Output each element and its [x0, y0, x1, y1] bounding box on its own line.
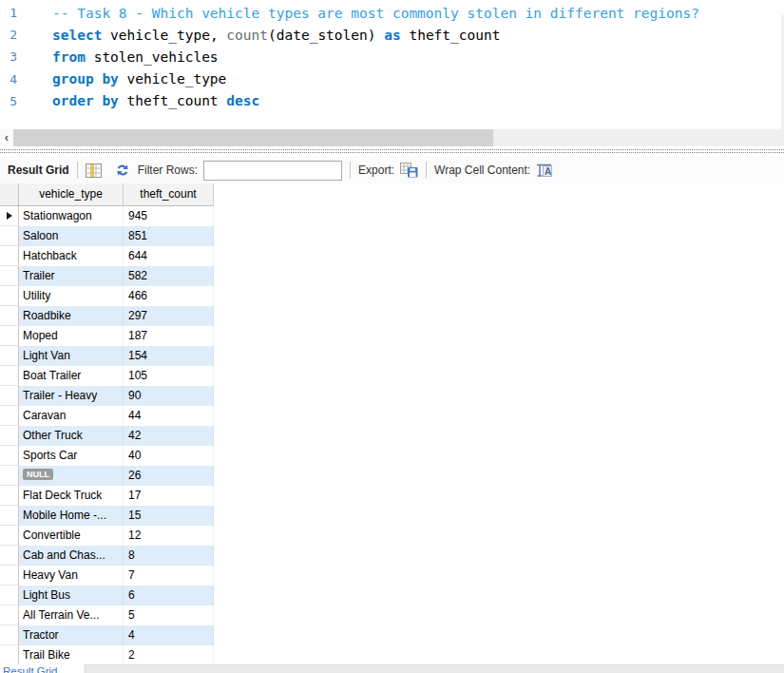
cell-vehicle-type[interactable]: Roadbike: [19, 306, 124, 326]
row-selector[interactable]: [0, 326, 19, 346]
table-row[interactable]: Convertible12: [0, 526, 214, 546]
cell-vehicle-type[interactable]: Utility: [19, 286, 124, 306]
cell-theft-count[interactable]: 2: [124, 645, 214, 665]
row-selector-header[interactable]: [0, 183, 19, 206]
table-row[interactable]: Boat Trailer105: [0, 366, 214, 386]
row-selector[interactable]: [0, 546, 19, 566]
row-selector[interactable]: [0, 466, 19, 486]
sql-editor[interactable]: 1-- Task 8 - Which vehicle types are mos…: [0, 0, 784, 129]
cell-vehicle-type[interactable]: Convertible: [19, 526, 124, 546]
cell-vehicle-type[interactable]: Mobile Home -...: [19, 506, 124, 526]
cell-vehicle-type[interactable]: Light Van: [19, 346, 124, 366]
cell-theft-count[interactable]: 297: [124, 306, 214, 326]
table-row[interactable]: Heavy Van7: [0, 566, 214, 586]
cell-theft-count[interactable]: 17: [124, 486, 214, 506]
editor-horizontal-scrollbar[interactable]: ‹: [0, 129, 784, 146]
cell-theft-count[interactable]: 187: [124, 326, 214, 346]
cell-theft-count[interactable]: 851: [124, 226, 214, 246]
cell-theft-count[interactable]: 12: [124, 526, 214, 546]
code-text[interactable]: -- Task 8 - Which vehicle types are most…: [52, 6, 699, 21]
table-row[interactable]: Trail Bike2: [0, 645, 214, 665]
scrollbar-thumb[interactable]: [13, 129, 493, 146]
cell-theft-count[interactable]: 582: [124, 266, 214, 286]
cell-theft-count[interactable]: 5: [124, 606, 214, 625]
code-text[interactable]: group by vehicle_type: [52, 71, 226, 87]
cell-theft-count[interactable]: 44: [124, 406, 214, 426]
column-header-vehicle-type[interactable]: vehicle_type: [19, 183, 124, 206]
cell-vehicle-type[interactable]: Tractor: [19, 625, 124, 645]
row-selector[interactable]: [0, 206, 19, 226]
cell-vehicle-type[interactable]: All Terrain Ve...: [19, 606, 124, 625]
table-row[interactable]: Tractor4: [0, 625, 214, 645]
cell-vehicle-type[interactable]: Other Truck: [19, 426, 124, 446]
row-selector[interactable]: [0, 246, 19, 266]
row-selector[interactable]: [0, 526, 19, 546]
row-selector[interactable]: [0, 506, 19, 526]
table-row[interactable]: Cab and Chas...8: [0, 546, 214, 566]
table-row[interactable]: Trailer - Heavy90: [0, 386, 214, 406]
table-row[interactable]: Moped187: [0, 326, 214, 346]
cell-vehicle-type[interactable]: Cab and Chas...: [19, 546, 124, 566]
row-selector[interactable]: [0, 226, 19, 246]
cell-vehicle-type[interactable]: Saloon: [19, 226, 124, 246]
row-selector[interactable]: [0, 426, 19, 446]
row-selector[interactable]: [0, 286, 19, 306]
row-selector[interactable]: [0, 566, 19, 586]
code-text[interactable]: select vehicle_type, count(date_stolen) …: [52, 28, 500, 43]
result-grid-icon[interactable]: [86, 163, 102, 178]
table-row[interactable]: Mobile Home -...15: [0, 506, 214, 526]
code-line[interactable]: 4group by vehicle_type: [0, 68, 784, 90]
cell-theft-count[interactable]: 105: [124, 366, 214, 386]
table-row[interactable]: Utility466: [0, 286, 214, 306]
cell-theft-count[interactable]: 4: [124, 625, 214, 645]
table-row[interactable]: Light Van154: [0, 346, 214, 366]
table-row[interactable]: Trailer582: [0, 266, 214, 286]
row-selector[interactable]: [0, 645, 19, 665]
row-selector[interactable]: [0, 366, 19, 386]
cell-theft-count[interactable]: 945: [124, 206, 214, 226]
cell-vehicle-type[interactable]: Trail Bike: [19, 645, 124, 665]
cell-vehicle-type[interactable]: Sports Car: [19, 446, 124, 466]
row-selector[interactable]: [0, 625, 19, 645]
panel-splitter[interactable]: [0, 146, 784, 157]
code-text[interactable]: order by theft_count desc: [52, 93, 259, 108]
cell-vehicle-type[interactable]: Trailer - Heavy: [19, 386, 124, 406]
table-row[interactable]: Stationwagon945: [0, 206, 214, 226]
cell-vehicle-type[interactable]: Caravan: [19, 406, 124, 426]
cell-theft-count[interactable]: 154: [124, 346, 214, 366]
table-row[interactable]: Hatchback644: [0, 246, 214, 266]
table-row[interactable]: Caravan44: [0, 406, 214, 426]
row-selector[interactable]: [0, 266, 19, 286]
filter-rows-input[interactable]: [203, 161, 342, 181]
grid-horizontal-scrollbar[interactable]: [84, 664, 784, 673]
cell-theft-count[interactable]: 7: [124, 566, 214, 586]
cell-vehicle-type[interactable]: Hatchback: [19, 246, 124, 266]
table-row[interactable]: Roadbike297: [0, 306, 214, 326]
cell-theft-count[interactable]: 26: [124, 466, 214, 486]
table-row[interactable]: Other Truck42: [0, 426, 214, 446]
code-text[interactable]: from stolen_vehicles: [52, 49, 219, 65]
cell-theft-count[interactable]: 644: [124, 246, 214, 266]
row-selector[interactable]: [0, 446, 19, 466]
table-row[interactable]: Light Bus6: [0, 586, 214, 606]
wrap-cell-content-icon[interactable]: A: [536, 163, 553, 178]
table-row[interactable]: Saloon851: [0, 226, 214, 246]
cell-vehicle-type[interactable]: Light Bus: [19, 586, 124, 606]
cell-vehicle-type[interactable]: NULL: [19, 466, 124, 486]
refresh-icon[interactable]: [115, 163, 130, 178]
table-row[interactable]: Flat Deck Truck17: [0, 486, 214, 506]
code-line[interactable]: 2select vehicle_type, count(date_stolen)…: [0, 24, 784, 46]
cell-theft-count[interactable]: 6: [124, 586, 214, 606]
export-recordset-icon[interactable]: [400, 163, 418, 178]
table-row[interactable]: Sports Car40: [0, 446, 214, 466]
code-lines[interactable]: 1-- Task 8 - Which vehicle types are mos…: [0, 2, 784, 112]
scroll-left-arrow[interactable]: ‹: [0, 129, 13, 146]
row-selector[interactable]: [0, 306, 19, 326]
cell-theft-count[interactable]: 8: [124, 546, 214, 566]
cell-theft-count[interactable]: 466: [124, 286, 214, 306]
cell-theft-count[interactable]: 40: [124, 446, 214, 466]
row-selector[interactable]: [0, 486, 19, 506]
cell-vehicle-type[interactable]: Boat Trailer: [19, 366, 124, 386]
cell-vehicle-type[interactable]: Heavy Van: [19, 566, 124, 586]
cell-theft-count[interactable]: 15: [124, 506, 214, 526]
